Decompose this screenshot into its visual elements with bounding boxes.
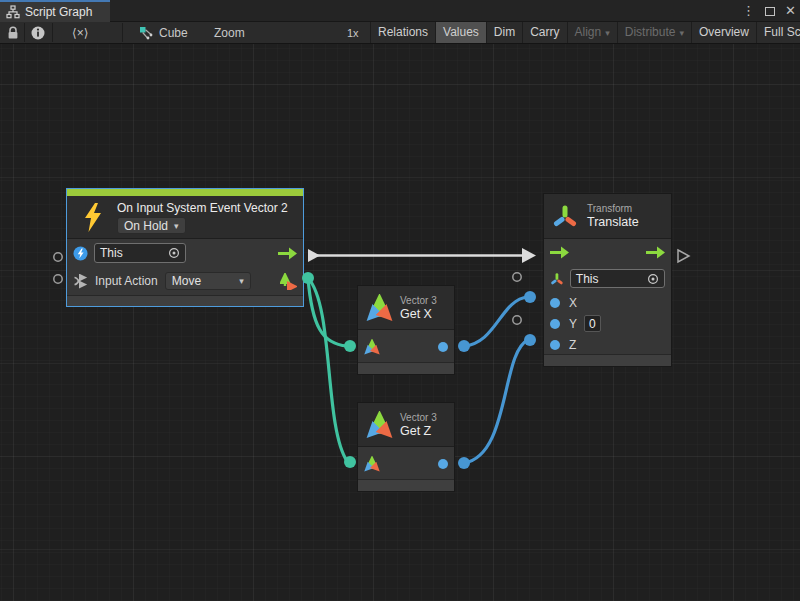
event-target-field[interactable]: This (94, 243, 186, 263)
event-mode-dropdown[interactable]: On Hold ▾ (117, 217, 186, 234)
info-icon (31, 26, 45, 40)
lock-button[interactable] (7, 22, 19, 43)
input-action-label: Input Action (95, 274, 158, 288)
get-z-category: Vector 3 (400, 411, 437, 424)
get-x-header: Vector 3 Get X (358, 286, 454, 330)
object-picker-icon[interactable] (168, 247, 180, 259)
values-button[interactable]: Values (435, 22, 486, 43)
flow-output-arrow-icon[interactable] (646, 246, 665, 259)
graph-hierarchy-icon (6, 5, 20, 19)
caret-down-icon: ▾ (174, 221, 179, 231)
caret-down-icon: ▾ (239, 276, 244, 286)
translate-y-row: Y 0 (544, 313, 671, 334)
align-button[interactable]: Align▾ (567, 22, 617, 43)
window-controls: ⋮ ✕ (742, 0, 796, 22)
graph-breadcrumb[interactable]: Cube (139, 22, 188, 43)
get-x-output-port[interactable] (438, 342, 448, 352)
node-transform-translate[interactable]: Transform Translate T (543, 193, 672, 367)
translate-category: Transform (587, 202, 639, 215)
translate-z-row: Z (544, 334, 671, 355)
player-input-icon (73, 246, 88, 261)
translate-header: Transform Translate (544, 194, 671, 239)
get-z-output-port[interactable] (438, 459, 448, 469)
get-z-title: Get Z (400, 424, 437, 439)
title-bar: Script Graph ⋮ ✕ (0, 0, 800, 22)
vector3-input-port-icon[interactable] (364, 339, 380, 355)
get-x-footer (358, 362, 454, 374)
toolbar-separator (52, 23, 53, 42)
node-on-input-system-event[interactable]: On Input System Event Vector 2 On Hold ▾… (66, 188, 304, 307)
event-input-action-row: Input Action Move ▾ (67, 267, 303, 295)
event-node-green-strip (67, 189, 303, 196)
caret-down-icon: ▾ (605, 28, 610, 38)
translate-y-port[interactable] (550, 319, 560, 329)
get-z-header: Vector 3 Get Z (358, 403, 454, 447)
menu-icon[interactable]: ⋮ (742, 0, 755, 22)
translate-x-row: X (544, 292, 671, 313)
zoom-label: Zoom (214, 22, 245, 43)
close-icon[interactable]: ✕ (785, 0, 796, 22)
transform-port-icon[interactable] (550, 272, 564, 286)
vector3-icon (366, 294, 393, 322)
script-graph-window: Script Graph ⋮ ✕ ⟨×⟩ (0, 0, 800, 601)
toolbar-separator (122, 23, 123, 42)
distribute-button[interactable]: Distribute▾ (617, 22, 691, 43)
input-action-icon (73, 273, 89, 289)
translate-this-row: This (544, 265, 671, 292)
vector3-input-port-icon[interactable] (364, 456, 380, 472)
get-x-body-row (358, 330, 454, 363)
event-this-row: This (67, 239, 303, 267)
info-button[interactable] (31, 22, 45, 43)
vector3-icon (366, 411, 393, 439)
translate-target-field[interactable]: This (570, 269, 665, 288)
get-x-title: Get X (400, 307, 437, 322)
flow-output-arrow-icon[interactable] (278, 247, 297, 260)
get-x-category: Vector 3 (400, 294, 437, 307)
translate-x-label: X (569, 296, 577, 310)
get-z-body-row (358, 447, 454, 480)
toolbar-button-group: Relations Values Dim Carry Align▾ Distri… (370, 22, 800, 43)
tab-script-graph[interactable]: Script Graph (0, 0, 110, 22)
caret-down-icon: ▾ (679, 28, 684, 38)
translate-title: Translate (587, 215, 639, 230)
translate-y-label: Y (569, 317, 577, 331)
lightning-bolt-icon (82, 203, 104, 233)
zoom-value: 1x (347, 22, 359, 43)
event-node-header: On Input System Event Vector 2 On Hold ▾ (67, 196, 303, 239)
toolbar-separator (24, 23, 25, 42)
flow-input-arrow-icon[interactable] (550, 246, 569, 259)
event-node-footer (67, 295, 303, 306)
toolbar: ⟨×⟩ Cube Zoom 1x Relations Values Dim Ca… (0, 22, 800, 44)
edit-graph-button[interactable]: ⟨×⟩ (72, 22, 88, 43)
tab-title: Script Graph (25, 5, 92, 19)
get-z-footer (358, 479, 454, 491)
translate-x-port[interactable] (550, 298, 560, 308)
translate-z-label: Z (569, 338, 576, 352)
translate-z-port[interactable] (550, 340, 560, 350)
transform-icon (552, 203, 578, 229)
event-node-title: On Input System Event Vector 2 (117, 201, 288, 215)
graph-asset-icon (139, 26, 153, 40)
translate-flow-row (544, 239, 671, 265)
graph-name: Cube (159, 26, 188, 40)
relations-button[interactable]: Relations (370, 22, 435, 43)
fullscreen-button[interactable]: Full Screen (756, 22, 800, 43)
object-picker-icon[interactable] (647, 273, 659, 285)
translate-footer (544, 354, 671, 366)
overview-button[interactable]: Overview (691, 22, 756, 43)
vector2-output-icon[interactable] (280, 273, 297, 290)
lock-icon (7, 26, 19, 40)
carry-button[interactable]: Carry (522, 22, 566, 43)
translate-y-value-field[interactable]: 0 (584, 315, 601, 332)
code-icon: ⟨×⟩ (72, 26, 88, 40)
dim-button[interactable]: Dim (486, 22, 522, 43)
input-action-dropdown[interactable]: Move ▾ (165, 272, 251, 290)
node-vector3-get-x[interactable]: Vector 3 Get X (357, 285, 455, 375)
maximize-icon[interactable] (765, 7, 775, 16)
node-vector3-get-z[interactable]: Vector 3 Get Z (357, 402, 455, 492)
